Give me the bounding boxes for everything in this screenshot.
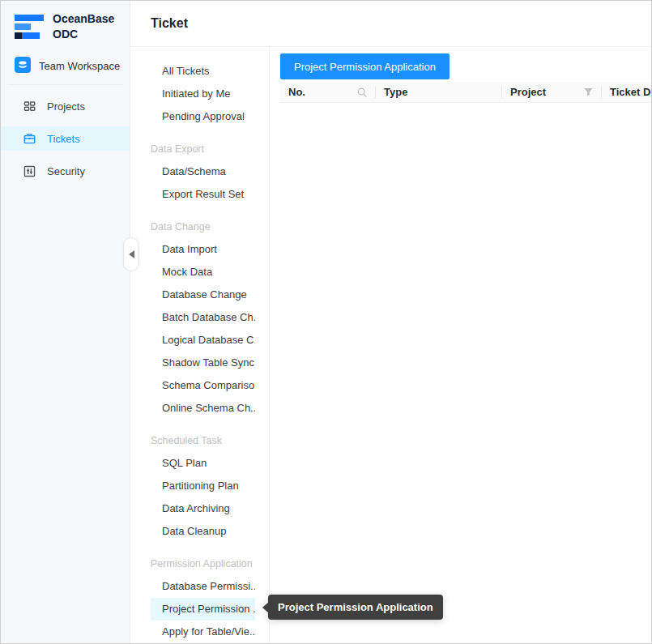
nav-item-data-cleanup[interactable]: Data Cleanup: [151, 520, 255, 543]
sidebar-item-label: Security: [47, 165, 85, 177]
page-title: Ticket: [151, 16, 188, 31]
sidebar-item-label: Projects: [47, 100, 85, 113]
nav-item-project-permission[interactable]: Project Permission ...: [151, 598, 255, 621]
brand-line-1: OceanBase: [53, 11, 114, 27]
workspace-stack-icon: [15, 57, 31, 75]
content-region: Ticket All TicketsInitiated by MePending…: [130, 1, 651, 643]
column-label: No.: [288, 86, 305, 98]
column-header-project: Project: [502, 82, 602, 102]
chevron-left-icon: [129, 250, 134, 258]
brand-text: OceanBase ODC: [53, 11, 114, 42]
nav-item-apply-for-table-vie[interactable]: Apply for Table/Vie...: [151, 621, 255, 643]
column-label: Ticket Des...: [610, 86, 651, 98]
nav-item-all-tickets[interactable]: All Tickets: [151, 60, 255, 83]
nav-group-header-permission-application: Permission Application: [151, 552, 255, 575]
column-header-type: Type: [376, 82, 502, 102]
sidebar-divider: [7, 84, 123, 85]
column-header-no: No.: [280, 82, 376, 102]
workspace-switcher[interactable]: Team Workspace: [1, 53, 130, 78]
nav-item-online-schema-ch[interactable]: Online Schema Ch...: [151, 397, 255, 420]
column-label: Project: [510, 86, 546, 98]
grid-icon: [23, 100, 36, 113]
filter-icon[interactable]: [583, 87, 594, 97]
nav-item-pending-approval[interactable]: Pending Approval: [151, 105, 255, 128]
primary-menu: ProjectsTicketsSecurity: [1, 94, 130, 183]
nav-item-partitioning-plan[interactable]: Partitioning Plan: [151, 475, 255, 497]
nav-item-database-change[interactable]: Database Change: [151, 284, 255, 306]
tooltip: Project Permission Application: [268, 595, 443, 620]
primary-sidebar: OceanBase ODC Team Workspace ProjectsTic…: [1, 1, 130, 643]
sidebar-item-tickets[interactable]: Tickets: [1, 126, 130, 151]
nav-group-header-scheduled-task: Scheduled Task: [151, 429, 255, 452]
sidebar-item-projects[interactable]: Projects: [1, 94, 130, 118]
nav-item-sql-plan[interactable]: SQL Plan: [151, 452, 255, 475]
sidebar-collapse-handle[interactable]: [123, 237, 139, 271]
nav-item-export-result-set[interactable]: Export Result Set: [151, 183, 255, 206]
nav-item-shadow-table-sync[interactable]: Shadow Table Sync: [151, 352, 255, 374]
oceanbase-logo-icon: [15, 15, 44, 39]
sidebar-item-label: Tickets: [47, 133, 80, 145]
nav-item-schema-comparison[interactable]: Schema Comparison: [151, 374, 255, 397]
sidebar-item-security[interactable]: Security: [1, 159, 130, 183]
page-header: Ticket: [130, 1, 651, 47]
brand: OceanBase ODC: [1, 1, 130, 42]
nav-group-header-data-change: Data Change: [151, 215, 255, 238]
tooltip-text: Project Permission Application: [278, 601, 433, 613]
ticket-table-header: No.TypeProjectTicket Des...: [280, 82, 651, 103]
search-icon[interactable]: [356, 87, 368, 98]
nav-item-batch-database-ch[interactable]: Batch Database Ch...: [151, 306, 255, 329]
body-row: All TicketsInitiated by MePending Approv…: [130, 47, 651, 643]
column-label: Type: [384, 86, 407, 98]
nav-item-data-schema[interactable]: Data/Schema: [151, 160, 255, 183]
workspace-label: Team Workspace: [39, 60, 120, 72]
project-permission-application-button[interactable]: Project Permission Application: [280, 53, 450, 79]
briefcase-icon: [23, 132, 36, 146]
tooltip-arrow-icon: [262, 602, 269, 613]
nav-item-data-archiving[interactable]: Data Archiving: [151, 497, 255, 520]
sliders-icon: [23, 164, 36, 178]
ticket-category-nav: All TicketsInitiated by MePending Approv…: [130, 47, 270, 643]
odc-window: OceanBase ODC Team Workspace ProjectsTic…: [0, 0, 652, 644]
nav-item-logical-database-c[interactable]: Logical Database C...: [151, 329, 255, 352]
ticket-list-panel: Project Permission Application No.TypePr…: [270, 47, 651, 643]
nav-item-mock-data[interactable]: Mock Data: [151, 261, 255, 284]
nav-group-header-data-export: Data Export: [151, 138, 255, 160]
brand-line-2: ODC: [53, 27, 114, 42]
column-header-ticket-des: Ticket Des...: [602, 82, 651, 102]
nav-item-database-permissi[interactable]: Database Permissi...: [151, 575, 255, 598]
nav-item-initiated-by-me[interactable]: Initiated by Me: [151, 83, 255, 105]
nav-item-data-import[interactable]: Data Import: [151, 238, 255, 261]
